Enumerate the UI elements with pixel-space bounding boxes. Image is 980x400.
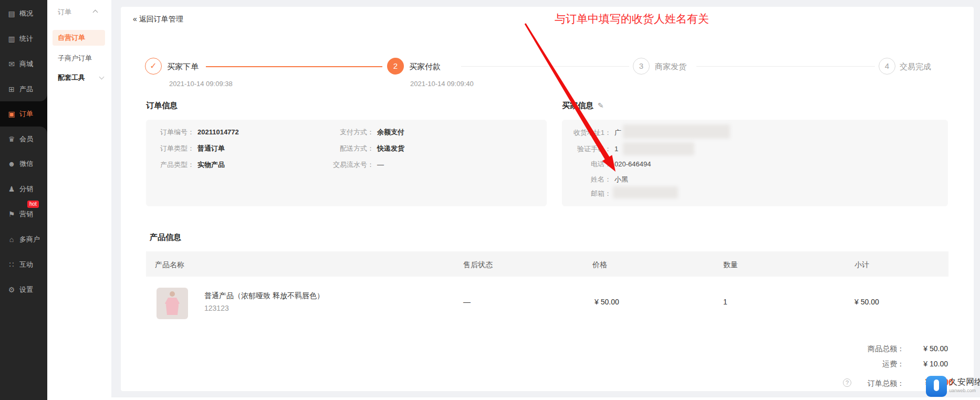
redacted-address-blur bbox=[623, 124, 730, 139]
wechat-icon: ☻ bbox=[7, 160, 16, 168]
back-to-order-management-link[interactable]: « 返回订单管理 bbox=[133, 15, 183, 24]
submenu-item-submerchant-orders[interactable]: 子商户订单 bbox=[53, 50, 105, 66]
sidebar-item-label: 分销 bbox=[19, 184, 33, 194]
step4-circle: 4 bbox=[879, 58, 895, 75]
name-value: 小黑 bbox=[614, 175, 628, 183]
order-total-label: 订单总额： bbox=[868, 379, 904, 388]
member-icon: ♛ bbox=[7, 135, 16, 143]
submenu-item-tools[interactable]: 配套工具 bbox=[53, 70, 105, 86]
sidebar-item-label: 设置 bbox=[19, 285, 33, 294]
sidebar-item-interaction[interactable]: ∷互动 bbox=[0, 252, 47, 277]
col-aftersale-status: 售后状态 bbox=[463, 260, 493, 270]
sidebar-item-label: 多商户 bbox=[19, 235, 40, 244]
watermark: 久安网络 uanweb.com bbox=[926, 376, 980, 397]
sidebar-item-settings[interactable]: ⚙设置 bbox=[0, 277, 47, 302]
sidebar-item-label: 统计 bbox=[19, 34, 33, 44]
transaction-no-value: — bbox=[377, 161, 384, 169]
email-label: 邮箱： bbox=[567, 190, 611, 198]
name-label: 姓名： bbox=[567, 175, 611, 184]
shipping-fee-value: ¥ 10.00 bbox=[923, 360, 948, 368]
main-sidebar: ▤概况 ▥统计 ✉商城 ⊞产品 ▣订单 ♛会员 ☻微信 ♟分销 ⚑营销 hot … bbox=[0, 0, 47, 400]
redacted-phone-blur bbox=[623, 142, 694, 155]
buyer-info-title-text: 买家信息 bbox=[562, 101, 593, 110]
step1-circle-check-icon: ✓ bbox=[145, 58, 162, 75]
sidebar-item-product[interactable]: ⊞产品 bbox=[0, 77, 47, 102]
red-annotation-text: 与订单中填写的收货人姓名有关 bbox=[555, 12, 709, 26]
sidebar-item-wechat[interactable]: ☻微信 bbox=[0, 151, 47, 176]
sidebar-item-label: 互动 bbox=[19, 260, 33, 269]
sidebar-item-label: 微信 bbox=[19, 159, 33, 169]
verify-phone-label: 验证手机： bbox=[567, 145, 611, 153]
goods-total-label: 商品总额： bbox=[868, 344, 904, 354]
pay-method-value: 余额支付 bbox=[377, 128, 404, 136]
step3-circle: 3 bbox=[633, 58, 650, 75]
step-connector-1 bbox=[206, 66, 382, 67]
step1-label: 买家下单 bbox=[167, 62, 199, 72]
step1-time: 2021-10-14 09:09:38 bbox=[169, 80, 233, 88]
sidebar-item-label: 商城 bbox=[19, 59, 33, 69]
settings-icon: ⚙ bbox=[7, 286, 16, 294]
order-type-label: 订单类型： bbox=[158, 144, 194, 153]
help-question-icon[interactable]: ? bbox=[843, 378, 851, 387]
phone-value: 020-646494 bbox=[614, 160, 651, 168]
transaction-no-label: 交易流水号： bbox=[326, 161, 374, 169]
product-icon: ⊞ bbox=[7, 85, 16, 93]
sidebar-item-marketing[interactable]: ⚑营销 bbox=[0, 202, 47, 227]
watermark-domain: uanweb.com bbox=[949, 388, 980, 393]
stats-icon: ▥ bbox=[7, 35, 16, 43]
phone-label: 电话： bbox=[567, 160, 611, 169]
sidebar-item-order[interactable]: ▣订单 bbox=[0, 101, 47, 127]
goods-total-value: ¥ 50.00 bbox=[923, 344, 948, 353]
order-no-label: 订单编号： bbox=[158, 128, 194, 136]
overview-icon: ▤ bbox=[7, 9, 16, 18]
sidebar-item-label: 营销 bbox=[19, 209, 33, 219]
cell-aftersale: — bbox=[463, 298, 471, 306]
cell-quantity: 1 bbox=[723, 298, 727, 306]
sidebar-item-label: 概况 bbox=[19, 9, 33, 18]
buyer-info-title: 买家信息✎ bbox=[562, 101, 604, 111]
jiuan-logo-icon bbox=[926, 376, 947, 397]
submenu-header[interactable]: 订单 bbox=[58, 7, 71, 17]
col-subtotal: 小计 bbox=[854, 260, 869, 270]
step-connector-3 bbox=[696, 66, 875, 67]
step2-circle: 2 bbox=[387, 58, 404, 75]
sidebar-item-multi-merchant[interactable]: ⌂多商户 bbox=[0, 227, 47, 252]
col-quantity: 数量 bbox=[723, 260, 738, 270]
submenu-item-self-orders[interactable]: 自营订单 bbox=[53, 30, 105, 46]
hot-badge: hot bbox=[27, 201, 39, 208]
sidebar-item-distribution[interactable]: ♟分销 bbox=[0, 176, 47, 202]
sidebar-item-label: 订单 bbox=[19, 109, 33, 119]
marketing-icon: ⚑ bbox=[7, 210, 16, 218]
product-name[interactable]: 普通产品（浓郁哑致 释放不羁唇色） bbox=[204, 291, 324, 301]
edit-pencil-icon[interactable]: ✎ bbox=[598, 101, 604, 110]
product-sku: 123123 bbox=[204, 304, 229, 312]
product-table-header bbox=[146, 251, 948, 277]
order-icon: ▣ bbox=[7, 110, 16, 118]
pay-method-label: 支付方式： bbox=[326, 128, 374, 136]
chevron-up-icon[interactable] bbox=[93, 10, 98, 15]
step-connector-2 bbox=[461, 66, 629, 67]
product-photo-dress bbox=[157, 288, 188, 319]
interaction-icon: ∷ bbox=[7, 260, 16, 269]
order-type-value: 普通订单 bbox=[197, 144, 225, 152]
product-type-value: 实物产品 bbox=[197, 161, 225, 169]
delivery-method-value: 快递发货 bbox=[377, 144, 404, 152]
step3-label: 商家发货 bbox=[655, 62, 686, 72]
delivery-method-label: 配送方式： bbox=[326, 144, 374, 153]
verify-phone-value: 1 bbox=[614, 145, 618, 153]
product-image[interactable] bbox=[157, 288, 188, 319]
sidebar-item-label: 会员 bbox=[19, 134, 33, 144]
order-info-title: 订单信息 bbox=[146, 101, 178, 111]
product-info-title: 产品信息 bbox=[150, 233, 181, 243]
mall-icon: ✉ bbox=[7, 60, 16, 68]
sidebar-item-stats[interactable]: ▥统计 bbox=[0, 26, 47, 51]
sidebar-item-overview[interactable]: ▤概况 bbox=[0, 1, 47, 26]
sidebar-item-member[interactable]: ♛会员 bbox=[0, 127, 47, 152]
distribution-icon: ♟ bbox=[7, 185, 16, 193]
order-submenu: 订单 自营订单 子商户订单 配套工具 bbox=[47, 0, 111, 400]
watermark-name: 久安网络 bbox=[949, 377, 980, 388]
sidebar-item-mall[interactable]: ✉商城 bbox=[0, 51, 47, 77]
order-no-value: 20211014772 bbox=[197, 128, 239, 136]
product-type-label: 产品类型： bbox=[158, 161, 194, 169]
shipping-fee-label: 运费： bbox=[882, 360, 904, 369]
